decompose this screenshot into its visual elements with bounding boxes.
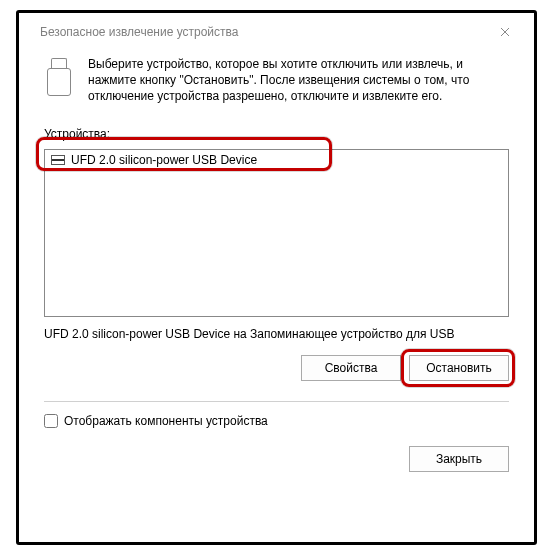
- devices-list[interactable]: UFD 2.0 silicon-power USB Device: [44, 149, 509, 317]
- titlebar: Безопасное извлечение устройства: [24, 18, 529, 46]
- window-close-button[interactable]: [485, 20, 525, 44]
- usb-device-icon: [44, 58, 74, 98]
- close-icon: [500, 27, 510, 37]
- device-name: UFD 2.0 silicon-power USB Device: [71, 153, 257, 167]
- devices-list-container: UFD 2.0 silicon-power USB Device: [44, 143, 509, 317]
- list-item[interactable]: UFD 2.0 silicon-power USB Device: [45, 150, 508, 170]
- dialog-content: Выберите устройство, которое вы хотите о…: [24, 46, 529, 537]
- intro-text: Выберите устройство, которое вы хотите о…: [88, 56, 509, 105]
- close-button[interactable]: Закрыть: [409, 446, 509, 472]
- properties-button[interactable]: Свойства: [301, 355, 401, 381]
- dialog-window: Безопасное извлечение устройства Выберит…: [24, 18, 529, 537]
- intro-row: Выберите устройство, которое вы хотите о…: [44, 56, 509, 105]
- device-status: UFD 2.0 silicon-power USB Device на Запо…: [44, 327, 509, 341]
- show-components-label: Отображать компоненты устройства: [64, 414, 268, 428]
- stop-button[interactable]: Остановить: [409, 355, 509, 381]
- show-components-row[interactable]: Отображать компоненты устройства: [44, 414, 509, 428]
- drive-icon: [51, 155, 65, 165]
- devices-label: Устройства:: [44, 127, 509, 141]
- device-buttons-row: Свойства Остановить: [44, 355, 509, 381]
- separator: [44, 401, 509, 402]
- window-title: Безопасное извлечение устройства: [40, 25, 238, 39]
- show-components-checkbox[interactable]: [44, 414, 58, 428]
- screenshot-frame: Безопасное извлечение устройства Выберит…: [16, 10, 537, 545]
- footer-row: Закрыть: [44, 446, 509, 484]
